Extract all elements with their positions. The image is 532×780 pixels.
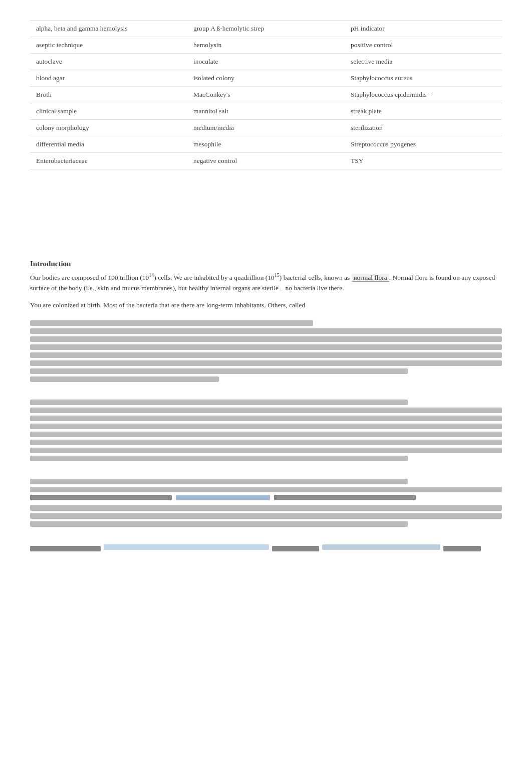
vocab-cell-3-0: blood agar <box>30 70 187 87</box>
vocabulary-table: alpha, beta and gamma hemolysisgroup A ß… <box>30 20 502 169</box>
intro-paragraph2: You are colonized at birth. Most of the … <box>30 300 502 311</box>
blurred-block-2 <box>30 396 502 468</box>
vocab-cell-5-2: streak plate <box>345 103 502 120</box>
intro-sup2: 15 <box>275 272 280 278</box>
vocab-cell-8-0: Enterobacteriaceae <box>30 153 187 169</box>
vocab-cell-3-2: Staphylococcus aureus <box>345 70 502 87</box>
vocab-cell-5-0: clinical sample <box>30 103 187 120</box>
normal-flora-term: normal flora <box>352 274 389 282</box>
vocab-cell-1-1: hemolysin <box>187 37 345 54</box>
vocab-cell-4-2: Staphylococcus epider­midis - <box>345 87 502 103</box>
table-row: colony morphologymedium/mediasterilizati… <box>30 120 502 136</box>
vocab-cell-4-1: MacConkey's <box>187 87 345 103</box>
vocab-cell-6-2: sterilization <box>345 120 502 136</box>
vocab-cell-6-1: medium/media <box>187 120 345 136</box>
blurred-block-3 <box>30 475 502 533</box>
vocab-cell-8-2: TSY <box>345 153 502 169</box>
intro-section: Introduction Our bodies are composed of … <box>30 260 502 559</box>
vocab-cell-1-0: aseptic technique <box>30 37 187 54</box>
blurred-block-1 <box>30 316 502 388</box>
intro-text-end: ) bacterial cells, known as <box>280 274 350 281</box>
vocab-cell-1-2: positive control <box>345 37 502 54</box>
table-row: clinical samplemannitol saltstreak plate <box>30 103 502 120</box>
vocab-cell-0-2: pH indicator <box>345 21 502 37</box>
vocab-cell-0-0: alpha, beta and gamma hemolysis <box>30 21 187 37</box>
vocab-cell-2-1: inoculate <box>187 54 345 70</box>
intro-text-start: Our bodies are composed of 100 trillion … <box>30 274 149 281</box>
table-row: Enterobacteriaceaenegative controlTSY <box>30 153 502 169</box>
vocab-cell-2-2: selective media <box>345 54 502 70</box>
vocab-cell-0-1: group A ß-hemolytic strep <box>187 21 345 37</box>
vocab-cell-8-1: negative control <box>187 153 345 169</box>
vocab-cell-7-0: differential media <box>30 136 187 153</box>
table-row: autoclaveinoculateselective media <box>30 54 502 70</box>
intro-sup1: 14 <box>149 272 154 278</box>
intro-text-mid: ) cells. We are inhabited by a quadrilli… <box>154 274 274 281</box>
table-row: BrothMacConkey'sStaphylococcus epider­mi… <box>30 87 502 103</box>
table-row: differential mediamesophileStreptococcus… <box>30 136 502 153</box>
vocab-cell-4-0: Broth <box>30 87 187 103</box>
table-row: aseptic techniquehemolysinpositive contr… <box>30 37 502 54</box>
intro-title: Introduction <box>30 260 502 268</box>
vocab-cell-5-1: mannitol salt <box>187 103 345 120</box>
blurred-block-4 <box>30 540 502 559</box>
table-row: alpha, beta and gamma hemolysisgroup A ß… <box>30 21 502 37</box>
vocab-cell-6-0: colony morphology <box>30 120 187 136</box>
vocab-cell-3-1: isolated colony <box>187 70 345 87</box>
intro-paragraph1: Our bodies are composed of 100 trillion … <box>30 271 502 294</box>
table-row: blood agarisolated colonyStaphylococcus … <box>30 70 502 87</box>
vocab-cell-7-2: Streptococcus pyogenes <box>345 136 502 153</box>
vocab-cell-2-0: autoclave <box>30 54 187 70</box>
vocab-cell-7-1: mesophile <box>187 136 345 153</box>
